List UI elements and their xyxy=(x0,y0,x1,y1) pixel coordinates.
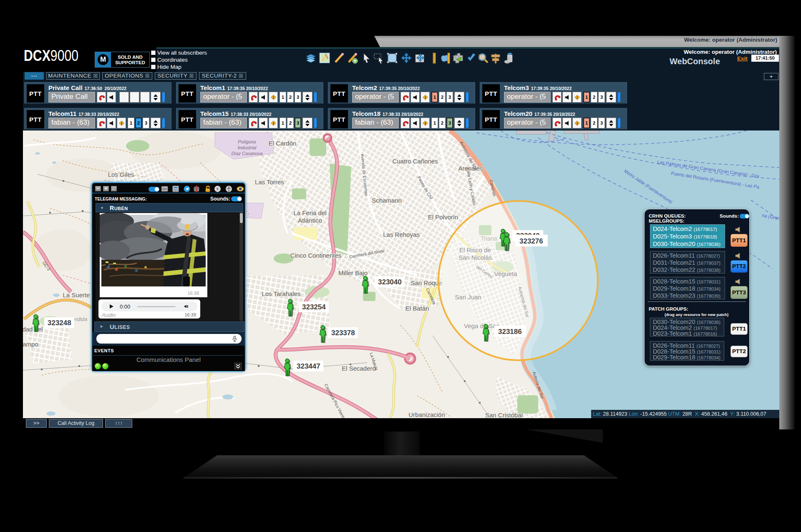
svg-text:ampo: ampo xyxy=(23,341,38,348)
svg-text:Las Torres: Las Torres xyxy=(255,178,284,186)
svg-text:Polígono: Polígono xyxy=(238,139,256,144)
svg-text:El Cardón: El Cardón xyxy=(269,140,297,147)
svg-text:San Cristóbal: San Cristóbal xyxy=(485,412,523,418)
svg-text:La Feria del: La Feria del xyxy=(293,209,326,216)
svg-text:dad del: dad del xyxy=(23,326,43,333)
svg-text:Urbanización: Urbanización xyxy=(408,411,445,418)
svg-text:El Secadero: El Secadero xyxy=(342,365,376,372)
svg-text:!: ! xyxy=(273,95,274,99)
svg-text:!: ! xyxy=(273,121,274,125)
svg-text:La Suerte: La Suerte xyxy=(63,291,90,299)
svg-text:Los Tarahales: Los Tarahales xyxy=(262,290,300,297)
svg-text:323378: 323378 xyxy=(331,329,355,337)
svg-text:El Batán: El Batán xyxy=(406,305,429,312)
svg-text:Los Giles: Los Giles xyxy=(108,171,134,178)
svg-text:Díaz Casanova: Díaz Casanova xyxy=(231,151,262,156)
svg-text:Las Rehoyas: Las Rehoyas xyxy=(383,231,420,238)
svg-text:323254: 323254 xyxy=(302,303,326,311)
svg-text:Atlántico: Atlántico xyxy=(298,217,322,224)
svg-text:!: ! xyxy=(577,121,578,125)
svg-text:El Polvorín: El Polvorín xyxy=(428,213,458,221)
svg-text:!: ! xyxy=(425,121,426,125)
svg-text:323447: 323447 xyxy=(297,362,320,370)
svg-text:323248: 323248 xyxy=(48,319,71,327)
svg-text:Schamann: Schamann xyxy=(372,197,402,204)
svg-text:!: ! xyxy=(121,121,122,125)
svg-text:323276: 323276 xyxy=(519,237,543,245)
svg-text:323040: 323040 xyxy=(378,278,402,286)
svg-text:Cuatro Cañones: Cuatro Cañones xyxy=(392,158,438,165)
svg-text:!: ! xyxy=(577,95,578,99)
svg-text:Cinco Continentes: Cinco Continentes xyxy=(290,252,342,259)
svg-text:!: ! xyxy=(425,95,426,99)
svg-text:Industrial: Industrial xyxy=(238,145,257,150)
svg-text:16:38: 16:38 xyxy=(187,291,199,296)
svg-text:323186: 323186 xyxy=(498,328,522,336)
svg-text:San Roque: San Roque xyxy=(411,279,442,286)
svg-text:Miller Bajo: Miller Bajo xyxy=(338,269,368,276)
